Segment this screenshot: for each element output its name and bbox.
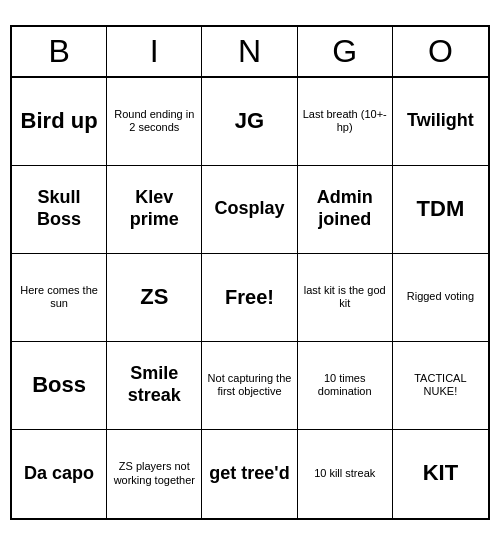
cell-r1-c1: Klev prime: [107, 166, 202, 254]
cell-r0-c2: JG: [202, 78, 297, 166]
cell-r3-c0: Boss: [12, 342, 107, 430]
cell-r2-c3: last kit is the god kit: [298, 254, 393, 342]
cell-r0-c3: Last breath (10+- hp): [298, 78, 393, 166]
cell-r1-c0: Skull Boss: [12, 166, 107, 254]
bingo-header: BINGO: [12, 27, 488, 78]
cell-r4-c0: Da capo: [12, 430, 107, 518]
cell-r1-c4: TDM: [393, 166, 488, 254]
header-letter: B: [12, 27, 107, 76]
cell-r4-c3: 10 kill streak: [298, 430, 393, 518]
cell-r1-c2: Cosplay: [202, 166, 297, 254]
bingo-grid: Bird upRound ending in 2 secondsJGLast b…: [12, 78, 488, 518]
cell-r2-c0: Here comes the sun: [12, 254, 107, 342]
cell-r2-c2: Free!: [202, 254, 297, 342]
cell-r0-c0: Bird up: [12, 78, 107, 166]
cell-r2-c1: ZS: [107, 254, 202, 342]
cell-r4-c2: get tree'd: [202, 430, 297, 518]
header-letter: G: [298, 27, 393, 76]
header-letter: O: [393, 27, 488, 76]
header-letter: N: [202, 27, 297, 76]
cell-r1-c3: Admin joined: [298, 166, 393, 254]
cell-r3-c4: TACTICAL NUKE!: [393, 342, 488, 430]
cell-r4-c4: KIT: [393, 430, 488, 518]
cell-r3-c3: 10 times domination: [298, 342, 393, 430]
header-letter: I: [107, 27, 202, 76]
cell-r3-c2: Not capturing the first objective: [202, 342, 297, 430]
cell-r3-c1: Smile streak: [107, 342, 202, 430]
cell-r0-c1: Round ending in 2 seconds: [107, 78, 202, 166]
cell-r2-c4: Rigged voting: [393, 254, 488, 342]
cell-r4-c1: ZS players not working together: [107, 430, 202, 518]
bingo-card: BINGO Bird upRound ending in 2 secondsJG…: [10, 25, 490, 520]
cell-r0-c4: Twilight: [393, 78, 488, 166]
